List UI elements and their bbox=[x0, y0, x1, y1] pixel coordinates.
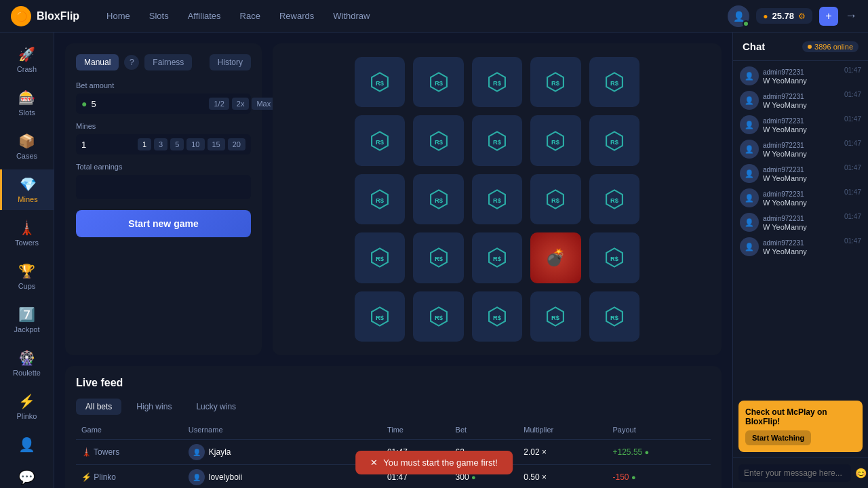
chat-username-5: admin972231 bbox=[763, 190, 804, 198]
bet-amount-input[interactable] bbox=[91, 99, 205, 109]
top-nav: 🟠 BloxFlip Home Slots Affiliates Race Re… bbox=[0, 0, 868, 33]
svg-text:R$: R$ bbox=[610, 197, 619, 204]
mine-cell-14[interactable]: R$ bbox=[589, 174, 639, 224]
bet-coin-icon: ● bbox=[81, 98, 87, 109]
emoji-button[interactable]: 😊 bbox=[855, 468, 867, 479]
cases-icon: 📦 bbox=[18, 133, 35, 149]
mine-cell-11[interactable]: R$ bbox=[413, 174, 463, 224]
svg-text:R$: R$ bbox=[376, 314, 384, 321]
nav-race[interactable]: Race bbox=[240, 11, 260, 21]
mines-input[interactable] bbox=[81, 140, 135, 150]
col-payout: Payout bbox=[608, 423, 711, 440]
mine-cell-21[interactable]: R$ bbox=[413, 291, 463, 342]
chat-message-0: 👤 admin972231 01:47 W YeoManny bbox=[740, 66, 861, 85]
sidebar-item-slots[interactable]: 🎰 Slots bbox=[0, 83, 54, 123]
nav-home[interactable]: Home bbox=[106, 11, 130, 21]
balance-value: 25.78 bbox=[772, 11, 794, 21]
start-game-button[interactable]: Start new game bbox=[76, 210, 251, 237]
mine-cell-13[interactable]: R$ bbox=[530, 174, 580, 224]
mine-cell-6[interactable]: R$ bbox=[413, 115, 463, 165]
toast-icon: ✕ bbox=[370, 458, 378, 468]
feed-tab-all-bets[interactable]: All bets bbox=[76, 399, 121, 415]
nav-rewards[interactable]: Rewards bbox=[279, 11, 314, 21]
chat-avatar-4: 👤 bbox=[740, 164, 759, 183]
avatar[interactable]: 👤 bbox=[728, 5, 749, 27]
mine-cell-18[interactable]: 💣 bbox=[530, 232, 580, 283]
mine-cell-8[interactable]: R$ bbox=[530, 115, 580, 165]
chat-input[interactable] bbox=[738, 464, 851, 482]
sidebar-item-profile[interactable]: 👤 bbox=[18, 430, 35, 460]
feed-tab-lucky-wins[interactable]: Lucky wins bbox=[186, 399, 245, 415]
promo-button[interactable]: Start Watching bbox=[745, 430, 811, 445]
nav-slots[interactable]: Slots bbox=[149, 11, 169, 21]
mine-cell-19[interactable]: R$ bbox=[589, 232, 639, 283]
mine-cell-10[interactable]: R$ bbox=[355, 174, 405, 224]
mine-cell-22[interactable]: R$ bbox=[472, 291, 522, 342]
bet-half-button[interactable]: 1/2 bbox=[209, 98, 229, 110]
svg-text:R$: R$ bbox=[493, 139, 502, 146]
sidebar-item-plinko[interactable]: ⚡ Plinko bbox=[0, 386, 54, 427]
mine-cell-24[interactable]: R$ bbox=[589, 291, 639, 342]
mine-cell-17[interactable]: R$ bbox=[472, 232, 522, 283]
mine-cell-15[interactable]: R$ bbox=[355, 232, 405, 283]
mine-cell-5[interactable]: R$ bbox=[355, 115, 405, 165]
login-button[interactable]: → bbox=[845, 9, 857, 23]
mine-cell-23[interactable]: R$ bbox=[530, 291, 580, 342]
svg-text:R$: R$ bbox=[376, 80, 384, 87]
svg-text:R$: R$ bbox=[610, 80, 619, 87]
sidebar-item-jackpot[interactable]: 7️⃣ Jackpot bbox=[0, 300, 54, 340]
tab-manual[interactable]: Manual bbox=[76, 54, 119, 70]
mines-input-row: 1 3 5 10 15 20 bbox=[76, 134, 251, 155]
bet-double-button[interactable]: 2x bbox=[232, 98, 250, 110]
mines-preset-1[interactable]: 1 bbox=[138, 138, 151, 150]
chat-username-3: admin972231 bbox=[763, 142, 804, 149]
mines-grid-container: R$ R$ R$ R$ R$ bbox=[273, 43, 722, 355]
nav-withdraw[interactable]: Withdraw bbox=[333, 11, 370, 21]
sidebar-item-crash[interactable]: 🚀 Crash bbox=[0, 39, 54, 80]
mine-cell-12[interactable]: R$ bbox=[472, 174, 522, 224]
sidebar-item-roulette[interactable]: 🎡 Roulette bbox=[0, 343, 54, 384]
add-funds-button[interactable]: + bbox=[819, 7, 838, 26]
chat-time-6: 01:47 bbox=[844, 213, 861, 220]
sidebar-label-cups: Cups bbox=[18, 282, 36, 290]
mine-cell-4[interactable]: R$ bbox=[589, 57, 639, 107]
mine-cell-9[interactable]: R$ bbox=[589, 115, 639, 165]
total-earnings-box bbox=[76, 175, 251, 199]
chat-input-row: 😊 ➤ bbox=[733, 458, 868, 488]
feed-tab-high-wins[interactable]: High wins bbox=[127, 399, 181, 415]
balance-settings-icon[interactable]: ⚙ bbox=[798, 12, 806, 21]
tab-fairness[interactable]: Fairness bbox=[144, 54, 192, 70]
cups-icon: 🏆 bbox=[18, 263, 35, 279]
chat-messages: 👤 admin972231 01:47 W YeoManny 👤 admin97… bbox=[733, 61, 868, 395]
sidebar-item-mines[interactable]: 💎 Mines bbox=[0, 169, 54, 210]
tab-history[interactable]: History bbox=[210, 54, 251, 70]
chat-username-6: admin972231 bbox=[763, 215, 804, 222]
mine-cell-20[interactable]: R$ bbox=[355, 291, 405, 342]
sidebar-item-cups[interactable]: 🏆 Cups bbox=[0, 256, 54, 297]
balance-box: ● 25.78 ⚙ bbox=[756, 8, 812, 24]
nav-affiliates[interactable]: Affiliates bbox=[188, 11, 221, 21]
mine-cell-2[interactable]: R$ bbox=[472, 57, 522, 107]
sidebar-item-cases[interactable]: 📦 Cases bbox=[0, 126, 54, 167]
chat-text-1: W YeoManny bbox=[763, 101, 861, 109]
bet-max-button[interactable]: Max bbox=[252, 98, 275, 110]
mines-preset-20[interactable]: 20 bbox=[228, 138, 245, 150]
sidebar-label-plinko: Plinko bbox=[17, 412, 37, 420]
mine-cell-7[interactable]: R$ bbox=[472, 115, 522, 165]
mines-preset-15[interactable]: 15 bbox=[208, 138, 225, 150]
mines-preset-10[interactable]: 10 bbox=[186, 138, 204, 150]
promo-text: Check out McPlay on BloxFlip! bbox=[745, 407, 856, 426]
svg-text:R$: R$ bbox=[376, 256, 384, 263]
mine-cell-3[interactable]: R$ bbox=[530, 57, 580, 107]
control-tabs-row: Manual ? Fairness History bbox=[76, 54, 251, 70]
mine-cell-1[interactable]: R$ bbox=[413, 57, 463, 107]
mines-preset-5[interactable]: 5 bbox=[170, 138, 184, 150]
sidebar-item-discord[interactable]: 💬 bbox=[18, 462, 35, 488]
mine-cell-0[interactable]: R$ bbox=[355, 57, 405, 107]
mine-cell-16[interactable]: R$ bbox=[413, 232, 463, 283]
mines-preset-3[interactable]: 3 bbox=[154, 138, 167, 150]
question-button[interactable]: ? bbox=[124, 55, 139, 70]
sidebar-label-mines: Mines bbox=[18, 195, 37, 203]
sidebar-item-towers[interactable]: 🗼 Towers bbox=[0, 213, 54, 253]
feed-tabs: All bets High wins Lucky wins bbox=[76, 399, 711, 415]
